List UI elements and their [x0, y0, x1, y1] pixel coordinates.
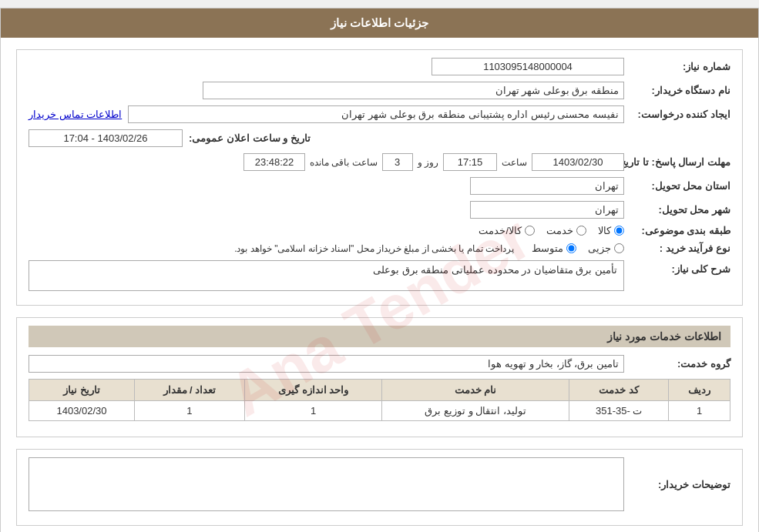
creator-row: ایجاد کننده درخواست: نفیسه محسنی رئیس اد…	[29, 105, 730, 123]
purchase-motevaset-radio[interactable]	[566, 243, 576, 253]
cell-unit: 1	[244, 401, 382, 421]
main-container: جزئیات اطلاعات نیاز Ana Tender شماره نیا…	[0, 8, 759, 532]
purchase-jozi-item: جزیی	[588, 243, 624, 254]
purchase-jozi-label: جزیی	[588, 243, 611, 254]
province-row: استان محل تحویل: تهران	[29, 177, 730, 195]
category-kala-radio[interactable]	[614, 226, 624, 236]
category-khedmat-item: خدمت	[546, 225, 586, 236]
org-name-row: نام دستگاه خریدار: منطقه برق بوعلی شهر ت…	[29, 82, 730, 99]
table-row: 1 ت -35-351 تولید، انتقال و توزیع برق 1 …	[29, 401, 730, 421]
category-row: طبقه بندی موضوعی: کالا خدمت کالا/خدمت	[29, 225, 730, 236]
description-row: شرح کلی نیاز: تأمین برق متقاضیان در محدو…	[29, 260, 730, 291]
table-header-row: ردیف کد خدمت نام خدمت واحد اندازه گیری ت…	[29, 380, 730, 401]
page-title: جزئیات اطلاعات نیاز	[331, 16, 428, 29]
col-row: ردیف	[669, 380, 730, 401]
category-kala-khedmat-item: کالا/خدمت	[479, 225, 535, 236]
purchase-jozi-radio[interactable]	[614, 243, 624, 253]
province-label: استان محل تحویل:	[630, 180, 730, 192]
response-deadline-inline: 1403/02/30 ساعت 17:15 روز و 3 ساعت باقی …	[29, 153, 624, 171]
cell-name: تولید، انتقال و توزیع برق	[382, 401, 569, 421]
description-value: تأمین برق متقاضیان در محدوده عملیاتی منط…	[29, 260, 624, 291]
group-value: تامین برق، گاز، بخار و تهویه هوا	[29, 355, 624, 373]
announce-date-label: تاریخ و ساعت اعلان عمومی:	[189, 132, 311, 144]
city-value: تهران	[470, 201, 624, 219]
services-section-title: اطلاعات خدمات مورد نیاز	[29, 326, 730, 347]
category-khedmat-radio[interactable]	[576, 226, 586, 236]
col-name: نام خدمت	[382, 380, 569, 401]
cell-row: 1	[669, 401, 730, 421]
purchase-type-note: پرداخت تمام یا بخشی از مبلغ خریداز محل "…	[234, 243, 514, 254]
col-quantity: تعداد / مقدار	[134, 380, 244, 401]
service-table: ردیف کد خدمت نام خدمت واحد اندازه گیری ت…	[29, 379, 730, 421]
creator-label: ایجاد کننده درخواست:	[630, 109, 730, 120]
response-deadline-row: مهلت ارسال پاسخ: تا تاریخ: 1403/02/30 سا…	[29, 153, 730, 171]
category-kala-khedmat-label: کالا/خدمت	[479, 225, 522, 236]
need-number-row: شماره نیاز: 1103095148000004	[29, 58, 730, 75]
need-number-label: شماره نیاز:	[630, 61, 730, 72]
response-remaining-label: ساعت باقی مانده	[310, 157, 378, 168]
org-name-label: نام دستگاه خریدار:	[630, 85, 730, 96]
announce-date-value: 1403/02/26 - 17:04	[29, 129, 183, 147]
buyer-notes-textarea[interactable]	[29, 457, 624, 511]
response-date: 1403/02/30	[532, 153, 624, 171]
main-info-section: شماره نیاز: 1103095148000004 نام دستگاه …	[16, 49, 743, 306]
purchase-type-label: نوع فرآیند خرید :	[630, 243, 730, 254]
purchase-motevaset-label: متوسط	[532, 243, 563, 254]
response-remaining: 23:48:22	[243, 153, 305, 171]
response-time: 17:15	[443, 153, 497, 171]
province-value: تهران	[470, 177, 624, 195]
col-code: کد خدمت	[569, 380, 669, 401]
org-name-value: منطقه برق بوعلی شهر تهران	[203, 82, 624, 99]
announce-date-row: تاریخ و ساعت اعلان عمومی: 1403/02/26 - 1…	[29, 129, 730, 147]
buyer-notes-section: توضیحات خریدار:	[16, 449, 743, 526]
category-kala-item: کالا	[598, 225, 624, 236]
cell-code: ت -35-351	[569, 401, 669, 421]
content-area: Ana Tender شماره نیاز: 1103095148000004 …	[1, 38, 758, 532]
response-days-label: روز و	[418, 157, 438, 168]
city-row: شهر محل تحویل: تهران	[29, 201, 730, 219]
need-number-value: 1103095148000004	[432, 58, 624, 75]
cell-quantity: 1	[134, 401, 244, 421]
category-kala-label: کالا	[598, 225, 611, 236]
group-service-row: گروه خدمت: تامین برق، گاز، بخار و تهویه …	[29, 355, 730, 373]
purchase-type-row: نوع فرآیند خرید : جزیی متوسط پرداخت تمام…	[29, 243, 730, 254]
city-label: شهر محل تحویل:	[630, 204, 730, 216]
creator-value: نفیسه محسنی رئیس اداره پشتیبانی منطقه بر…	[128, 105, 624, 123]
col-unit: واحد اندازه گیری	[244, 380, 382, 401]
category-label: طبقه بندی موضوعی:	[630, 225, 730, 236]
response-time-label: ساعت	[502, 157, 527, 168]
services-section: اطلاعات خدمات مورد نیاز گروه خدمت: تامین…	[16, 317, 743, 437]
response-days: 3	[382, 153, 413, 171]
page-header: جزئیات اطلاعات نیاز	[1, 8, 758, 38]
buyer-notes-row: توضیحات خریدار:	[29, 457, 730, 511]
response-deadline-label: مهلت ارسال پاسخ: تا تاریخ:	[630, 156, 730, 168]
description-content: تأمین برق متقاضیان در محدوده عملیاتی منط…	[29, 260, 624, 291]
category-khedmat-label: خدمت	[546, 225, 573, 236]
description-label: شرح کلی نیاز:	[630, 260, 730, 275]
col-date: تاریخ نیاز	[29, 380, 135, 401]
contact-link[interactable]: اطلاعات تماس خریدار	[29, 109, 122, 120]
category-radio-group: کالا خدمت کالا/خدمت	[479, 225, 624, 236]
purchase-motevaset-item: متوسط	[532, 243, 576, 254]
category-kala-khedmat-radio[interactable]	[525, 226, 535, 236]
buyer-notes-label: توضیحات خریدار:	[630, 479, 730, 490]
group-label: گروه خدمت:	[630, 358, 730, 370]
purchase-type-radio-group: جزیی متوسط	[532, 243, 624, 254]
cell-date: 1403/02/30	[29, 401, 135, 421]
